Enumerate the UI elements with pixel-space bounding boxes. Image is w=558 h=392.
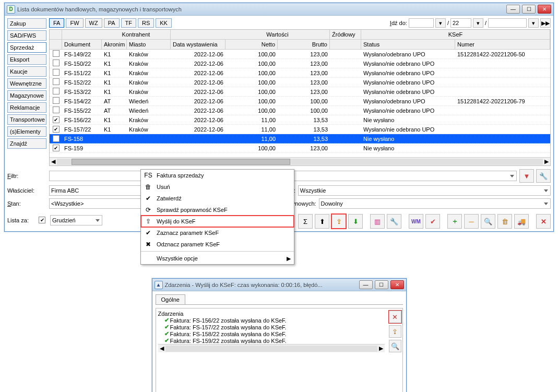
documents-grid[interactable]: Kontrahent Wartości Źródłowy KSeF Dokume…	[49, 29, 551, 166]
ctx-zaznacz-parametr-ksef[interactable]: ✔Zaznacz parametr KSeF	[141, 227, 294, 239]
maximize-button[interactable]: ☐	[522, 5, 536, 14]
col-status[interactable]: Status	[361, 40, 455, 49]
row-checkbox[interactable]	[53, 50, 60, 57]
ctx-faktura-sprzedaży[interactable]: FSFaktura sprzedaży	[141, 170, 294, 181]
col-brutto[interactable]: Brutto	[278, 40, 330, 49]
events-export-button[interactable]: ⇪	[389, 325, 401, 338]
table-row[interactable]: FS-153/22K1Kraków2022-12-06100,00123,00W…	[50, 87, 550, 97]
ctx-sprawdź-poprawność-ksef[interactable]: ⟳Sprawdź poprawność KSeF	[141, 204, 294, 216]
listaza-label[interactable]: Lista za:	[7, 217, 36, 223]
leftnav-transportowe[interactable]: Transportowe	[7, 114, 46, 125]
row-checkbox[interactable]: ✔	[53, 135, 60, 142]
table-row[interactable]: ✔FS-15811,0013,53Nie wysłano	[50, 134, 550, 144]
go-value-input[interactable]	[409, 18, 434, 28]
preview-button[interactable]: 🔍	[481, 214, 495, 229]
statusksef-combo[interactable]: Wszystkie	[298, 185, 551, 196]
leftnav-zakup[interactable]: Zakup	[7, 18, 46, 29]
leftnav-sprzedaż[interactable]: Sprzedaż	[7, 42, 46, 53]
events-maximize-button[interactable]: ☐	[375, 280, 388, 289]
row-checkbox[interactable]: ✔	[53, 126, 60, 133]
table-row[interactable]: ✔FS-159100,00123,00Nie wysłano	[50, 144, 550, 153]
table-row[interactable]: FS-152/22K1Kraków2022-12-06100,00123,00W…	[50, 78, 550, 87]
tools-button[interactable]: 🔧	[387, 214, 401, 229]
ev-scroll-right-icon[interactable]: ▶	[379, 345, 383, 352]
events-close-panel-button[interactable]: ✕	[389, 311, 401, 323]
leftnav-reklamacje[interactable]: Reklamacje	[7, 102, 46, 113]
listaza-combo[interactable]: Grudzień	[50, 215, 102, 225]
wm-button[interactable]: WM	[409, 214, 423, 229]
filter-edit-button[interactable]: 🔧	[536, 169, 551, 183]
check-button[interactable]: ✔	[425, 214, 440, 229]
add-button[interactable]: ＋	[447, 214, 462, 229]
table-row[interactable]: FS-150/22K1Kraków2022-12-06100,00123,00W…	[50, 59, 550, 68]
col-miasto[interactable]: Miasto	[127, 40, 171, 49]
export-button[interactable]: ⬆	[315, 214, 329, 229]
spin2-icon[interactable]: ▾	[473, 18, 483, 28]
row-checkbox[interactable]	[53, 106, 60, 113]
events-search-button[interactable]: 🔍	[389, 340, 401, 352]
leftnav-eksport[interactable]: Eksport	[7, 54, 46, 65]
table-row[interactable]: FS-151/22K1Kraków2022-12-06100,00123,00W…	[50, 68, 550, 78]
scroll-left-icon[interactable]: ◀	[51, 158, 55, 165]
tab-kk[interactable]: KK	[156, 18, 172, 28]
send-ksef-button[interactable]: ⇪	[331, 214, 346, 229]
leftnav-kaucje[interactable]: Kaucje	[7, 66, 46, 77]
go-series-combo[interactable]	[488, 18, 527, 28]
go-run-button[interactable]: ▶▶	[540, 18, 551, 28]
ctx-wyślij-do-ksef[interactable]: ⇪Wyślij do KSeF	[141, 216, 294, 227]
col-data[interactable]: Data wystawienia	[171, 40, 225, 49]
ctx-usuń[interactable]: 🗑Usuń	[141, 181, 294, 193]
col-akronim[interactable]: Akronim	[102, 40, 127, 49]
leftnav-wewnętrzne[interactable]: Wewnętrzne	[7, 78, 46, 89]
wlasciciel-label[interactable]: Właściciel:	[7, 187, 46, 194]
ctx-wszystkie-opcje[interactable]: Wszystkie opcje▶	[141, 253, 294, 264]
ev-scroll-left-icon[interactable]: ◀	[160, 345, 164, 352]
leftnav-(s)elementy[interactable]: (s)Elementy	[7, 126, 46, 137]
row-checkbox[interactable]	[53, 78, 60, 85]
leftnav-sad/fws[interactable]: SAD/FWS	[7, 30, 46, 41]
stanmag-combo[interactable]: Dowolny	[319, 198, 551, 209]
cancel-button[interactable]: ✕	[536, 214, 551, 229]
tab-wz[interactable]: WZ	[85, 18, 102, 28]
row-checkbox[interactable]	[53, 88, 60, 94]
tab-tf[interactable]: TF	[121, 18, 136, 28]
scroll-right-icon[interactable]: ▶	[544, 158, 549, 165]
titlebar[interactable]: D Lista dokumentów handlowych, magazynow…	[5, 3, 553, 16]
scroll-thumb[interactable]	[72, 159, 290, 165]
col-netto[interactable]: Netto	[225, 40, 278, 49]
tab-pa[interactable]: PA	[104, 18, 120, 28]
ctx-odznacz-parametr-ksef[interactable]: ✖Odznacz parametr KSeF	[141, 239, 294, 250]
row-checkbox[interactable]	[53, 69, 60, 76]
events-list[interactable]: Zdarzenia ✔Faktura: FS-156/22 została wy…	[156, 308, 387, 392]
columns-button[interactable]: ▥	[370, 214, 385, 229]
events-minimize-button[interactable]: —	[359, 280, 373, 289]
transport-button[interactable]: 🚚	[514, 214, 529, 229]
row-checkbox[interactable]: ✔	[53, 116, 60, 123]
go-page-input[interactable]	[450, 18, 471, 28]
menu-button[interactable]: ─	[464, 214, 479, 229]
table-row[interactable]: FS-155/22ATWiedeń2022-12-06100,00100,00W…	[50, 106, 550, 115]
row-checkbox[interactable]	[53, 97, 60, 104]
sum-button[interactable]: Σ	[298, 214, 313, 229]
row-checkbox[interactable]: ✔	[53, 145, 60, 151]
tab-fa[interactable]: FA	[49, 18, 64, 28]
events-close-button[interactable]: ✕	[390, 280, 404, 289]
minimize-button[interactable]: —	[506, 5, 520, 14]
leftnav-magazynowe[interactable]: Magazynowe	[7, 90, 46, 101]
tab-rs[interactable]: RS	[138, 18, 154, 28]
leftnav-znajdź[interactable]: Znajdź	[7, 138, 46, 149]
grid-hscrollbar[interactable]: ◀ ▶	[50, 157, 550, 165]
tab-fw[interactable]: FW	[66, 18, 83, 28]
table-row[interactable]: FS-149/22K1Kraków2022-12-06100,00123,00W…	[50, 50, 550, 59]
delete-button[interactable]: 🗑	[497, 214, 512, 229]
filter-run-button[interactable]: ▼	[519, 169, 534, 183]
ctx-zatwierdź[interactable]: ✔Zatwierdź	[141, 193, 294, 204]
listaza-checkbox[interactable]: ✔	[39, 217, 45, 223]
context-menu[interactable]: FSFaktura sprzedaży🗑Usuń✔Zatwierdź⟳Spraw…	[140, 169, 294, 265]
close-button[interactable]: ✕	[538, 5, 551, 14]
col-numer[interactable]: Numer	[455, 40, 550, 49]
table-row[interactable]: ✔FS-157/22K1Kraków2022-12-0611,0013,53Wy…	[50, 125, 550, 134]
spin-up-down-icon[interactable]: ▾	[435, 18, 446, 28]
row-checkbox[interactable]	[53, 60, 60, 66]
tab-ogolne[interactable]: Ogólne	[156, 294, 185, 304]
